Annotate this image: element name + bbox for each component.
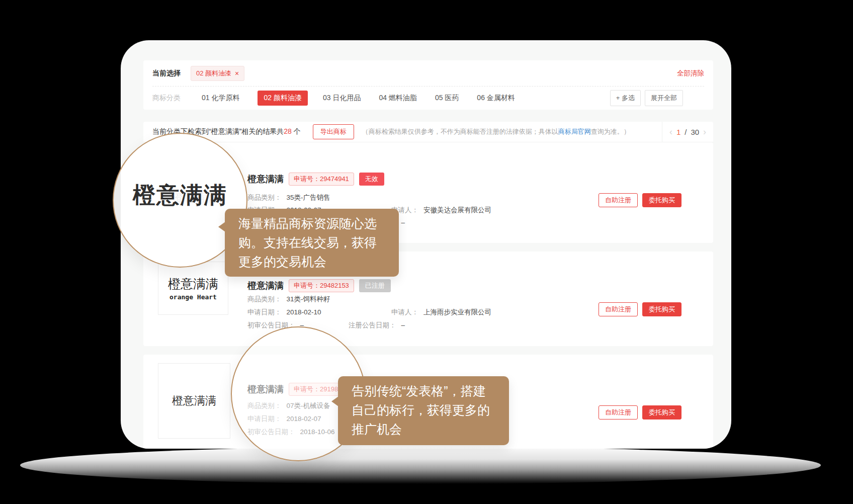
magnified-trademark-text: 橙意满满 — [133, 180, 227, 210]
entrust-purchase-button[interactable]: 委托购买 — [642, 302, 681, 316]
application-number-value: 29482153 — [320, 282, 349, 289]
field-value: 2018-02-10 — [287, 308, 321, 316]
self-register-button[interactable]: 自助注册 — [599, 193, 638, 207]
close-icon[interactable]: × — [235, 70, 239, 77]
clear-all-link[interactable]: 全部清除 — [677, 69, 704, 78]
category-row: 商标分类 01 化学原料 02 颜料油漆 03 日化用品 04 燃料油脂 05 … — [143, 87, 713, 110]
trademark-name: 橙意满满 — [247, 280, 284, 292]
callout-text: 海量精品商标资源随心选购。支持在线交易，获得更多的交易机会 — [238, 214, 385, 271]
row-actions: 自助注册 委托购买 — [599, 193, 681, 207]
trademark-name: 橙意满满 — [247, 173, 284, 185]
disclaimer-suffix: 查询为准。） — [591, 128, 630, 135]
category-item-03[interactable]: 03 日化用品 — [323, 94, 361, 103]
pagination-current-page: 1 — [676, 128, 680, 136]
trademark-office-link[interactable]: 商标局官网 — [558, 128, 591, 135]
callout-arrow-left-icon — [331, 396, 338, 406]
current-selection-label: 当前选择 — [152, 69, 181, 78]
chevron-right-icon[interactable]: › — [703, 127, 706, 136]
field-value: 35类-广告销售 — [287, 194, 330, 201]
category-item-04[interactable]: 04 燃料油脂 — [379, 94, 416, 103]
expand-all-button[interactable]: 展开全部 — [645, 90, 683, 106]
status-badge-registered: 已注册 — [359, 279, 391, 292]
category-label: 商标分类 — [152, 94, 181, 103]
results-summary-suffix: 个 — [292, 127, 301, 135]
trademark-logo-subtext: orange Heart — [169, 293, 217, 301]
application-number-label: 申请号： — [294, 282, 320, 289]
trademark-logo-text: 橙意满满 — [168, 276, 218, 292]
trademark-title-line: 橙意满满 申请号：29474941 无效 — [247, 173, 384, 186]
self-register-button[interactable]: 自助注册 — [599, 405, 638, 419]
field-value: – — [401, 219, 405, 226]
field-value: 上海雨步实业有限公司 — [423, 308, 491, 316]
chevron-left-icon[interactable]: ‹ — [669, 127, 672, 136]
entrust-purchase-button[interactable]: 委托购买 — [642, 405, 681, 419]
application-number-label: 申请号： — [294, 175, 320, 183]
pagination-total-pages: 30 — [691, 128, 699, 136]
application-number-badge: 申请号：29482153 — [289, 279, 354, 292]
trademark-logo-text: 橙意满满 — [172, 393, 216, 408]
application-number-badge: 申请号：29474941 — [289, 173, 354, 186]
application-number-value: 29474941 — [320, 175, 349, 183]
disclaimer-text: （商标检索结果仅供参考，不作为商标能否注册的法律依据；具体以商标局官网查询为准。… — [362, 127, 630, 136]
multi-select-button[interactable]: + 多选 — [610, 90, 641, 106]
field-label: 申请日期： — [247, 308, 282, 316]
disclaimer-prefix: （商标检索结果仅供参考，不作为商标能否注册的法律依据；具体以 — [362, 128, 558, 135]
trademark-thumbnail: 橙意满满 — [158, 363, 230, 439]
trademark-thumbnail: 橙意满满 orange Heart — [158, 262, 228, 315]
field-value: 安徽美达会展有限公司 — [423, 206, 491, 214]
field-line: 申请日期：2018-02-10 申请人：上海雨步实业有限公司 — [247, 308, 592, 317]
field-value: 31类-饲料种籽 — [287, 295, 330, 303]
current-selection-row: 当前选择 02 颜料油漆 × 全部清除 — [143, 60, 713, 86]
callout-arrow-left-icon — [218, 222, 225, 232]
field-label: 商品类别： — [247, 194, 282, 201]
laptop-base-shadow — [20, 447, 821, 484]
category-item-02-active[interactable]: 02 颜料油漆 — [258, 91, 307, 106]
category-item-06[interactable]: 06 金属材料 — [477, 94, 515, 103]
self-register-button[interactable]: 自助注册 — [599, 302, 638, 316]
row-actions: 自助注册 委托购买 — [599, 302, 681, 316]
results-header: 当前分类下检索到“橙意满满”相关的结果共28 个 导出商标 （商标检索结果仅供参… — [143, 122, 713, 142]
field-label: 商品类别： — [247, 295, 282, 303]
selected-filter-tag: 02 颜料油漆 × — [191, 66, 244, 81]
results-count: 28 — [284, 127, 292, 135]
status-badge-invalid: 无效 — [359, 173, 384, 186]
pagination: ‹ 1 / 30 › — [662, 122, 713, 142]
category-item-05[interactable]: 05 医药 — [435, 94, 459, 103]
selected-filter-tag-label: 02 颜料油漆 — [196, 69, 231, 78]
filter-panel: 当前选择 02 颜料油漆 × 全部清除 商标分类 01 化学原料 02 颜料油漆… — [143, 60, 713, 110]
field-label: 申请人： — [391, 308, 418, 316]
row-actions: 自助注册 委托购买 — [599, 405, 681, 419]
export-trademarks-button[interactable]: 导出商标 — [313, 124, 354, 139]
field-value: – — [401, 321, 405, 329]
field-line: 商品类别：31类-饲料种籽 — [247, 295, 592, 304]
pagination-separator: / — [685, 128, 687, 136]
category-item-01[interactable]: 01 化学原料 — [202, 94, 239, 103]
field-line: 商品类别：35类-广告销售 — [247, 193, 592, 202]
field-label: 注册公告日期： — [349, 321, 396, 329]
entrust-purchase-button[interactable]: 委托购买 — [642, 193, 681, 207]
trademark-title-line: 橙意满满 申请号：29482153 已注册 — [247, 279, 391, 292]
tooltip-callout-trade: 海量精品商标资源随心选购。支持在线交易，获得更多的交易机会 — [225, 209, 399, 277]
callout-text: 告别传统“发表格”，搭建自己的标行，获得更多的推广机会 — [352, 381, 495, 439]
tooltip-callout-promotion: 告别传统“发表格”，搭建自己的标行，获得更多的推广机会 — [338, 376, 509, 445]
